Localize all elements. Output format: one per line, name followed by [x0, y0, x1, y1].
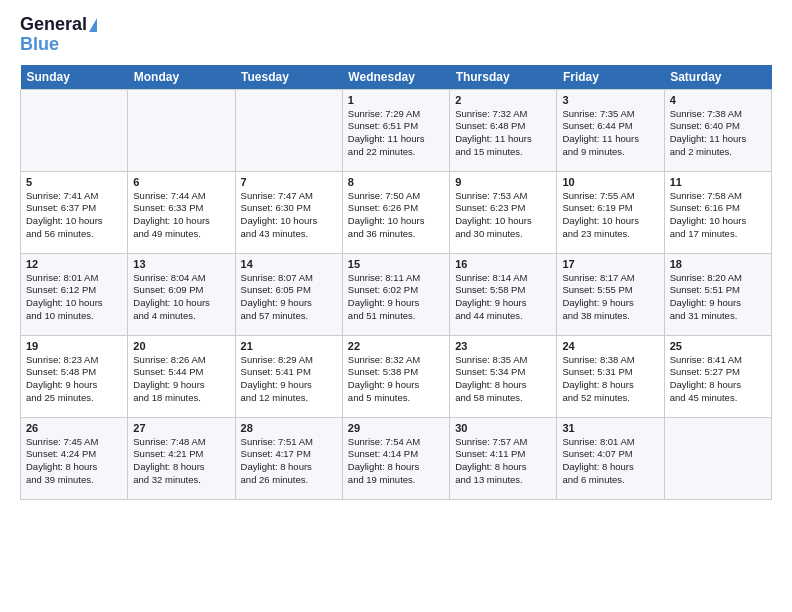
day-number: 14 [241, 258, 337, 270]
calendar-cell [235, 89, 342, 171]
cell-content: Sunrise: 8:11 AM Sunset: 6:02 PM Dayligh… [348, 272, 444, 323]
calendar-cell: 27Sunrise: 7:48 AM Sunset: 4:21 PM Dayli… [128, 417, 235, 499]
cell-content: Sunrise: 8:01 AM Sunset: 6:12 PM Dayligh… [26, 272, 122, 323]
calendar-cell: 29Sunrise: 7:54 AM Sunset: 4:14 PM Dayli… [342, 417, 449, 499]
day-number: 25 [670, 340, 766, 352]
cell-content: Sunrise: 7:47 AM Sunset: 6:30 PM Dayligh… [241, 190, 337, 241]
calendar-cell: 28Sunrise: 7:51 AM Sunset: 4:17 PM Dayli… [235, 417, 342, 499]
header-cell-tuesday: Tuesday [235, 65, 342, 90]
header-cell-saturday: Saturday [664, 65, 771, 90]
calendar-body: 1Sunrise: 7:29 AM Sunset: 6:51 PM Daylig… [21, 89, 772, 499]
calendar-cell [21, 89, 128, 171]
calendar-week-5: 26Sunrise: 7:45 AM Sunset: 4:24 PM Dayli… [21, 417, 772, 499]
calendar-cell: 30Sunrise: 7:57 AM Sunset: 4:11 PM Dayli… [450, 417, 557, 499]
calendar-cell: 19Sunrise: 8:23 AM Sunset: 5:48 PM Dayli… [21, 335, 128, 417]
header-cell-wednesday: Wednesday [342, 65, 449, 90]
header-row: SundayMondayTuesdayWednesdayThursdayFrid… [21, 65, 772, 90]
header: General Blue [20, 15, 772, 55]
page: General Blue SundayMondayTuesdayWednesda… [0, 0, 792, 612]
cell-content: Sunrise: 8:26 AM Sunset: 5:44 PM Dayligh… [133, 354, 229, 405]
calendar-cell: 7Sunrise: 7:47 AM Sunset: 6:30 PM Daylig… [235, 171, 342, 253]
cell-content: Sunrise: 8:14 AM Sunset: 5:58 PM Dayligh… [455, 272, 551, 323]
cell-content: Sunrise: 7:32 AM Sunset: 6:48 PM Dayligh… [455, 108, 551, 159]
day-number: 8 [348, 176, 444, 188]
calendar-cell: 17Sunrise: 8:17 AM Sunset: 5:55 PM Dayli… [557, 253, 664, 335]
cell-content: Sunrise: 8:29 AM Sunset: 5:41 PM Dayligh… [241, 354, 337, 405]
day-number: 16 [455, 258, 551, 270]
day-number: 29 [348, 422, 444, 434]
day-number: 30 [455, 422, 551, 434]
day-number: 15 [348, 258, 444, 270]
cell-content: Sunrise: 7:41 AM Sunset: 6:37 PM Dayligh… [26, 190, 122, 241]
calendar-cell: 25Sunrise: 8:41 AM Sunset: 5:27 PM Dayli… [664, 335, 771, 417]
cell-content: Sunrise: 8:38 AM Sunset: 5:31 PM Dayligh… [562, 354, 658, 405]
header-cell-sunday: Sunday [21, 65, 128, 90]
day-number: 31 [562, 422, 658, 434]
cell-content: Sunrise: 7:35 AM Sunset: 6:44 PM Dayligh… [562, 108, 658, 159]
calendar-cell: 31Sunrise: 8:01 AM Sunset: 4:07 PM Dayli… [557, 417, 664, 499]
cell-content: Sunrise: 7:29 AM Sunset: 6:51 PM Dayligh… [348, 108, 444, 159]
cell-content: Sunrise: 7:55 AM Sunset: 6:19 PM Dayligh… [562, 190, 658, 241]
calendar-cell: 22Sunrise: 8:32 AM Sunset: 5:38 PM Dayli… [342, 335, 449, 417]
calendar-cell: 3Sunrise: 7:35 AM Sunset: 6:44 PM Daylig… [557, 89, 664, 171]
calendar-cell [664, 417, 771, 499]
calendar-cell: 14Sunrise: 8:07 AM Sunset: 6:05 PM Dayli… [235, 253, 342, 335]
day-number: 26 [26, 422, 122, 434]
calendar-cell: 5Sunrise: 7:41 AM Sunset: 6:37 PM Daylig… [21, 171, 128, 253]
day-number: 11 [670, 176, 766, 188]
cell-content: Sunrise: 8:07 AM Sunset: 6:05 PM Dayligh… [241, 272, 337, 323]
day-number: 3 [562, 94, 658, 106]
calendar-week-3: 12Sunrise: 8:01 AM Sunset: 6:12 PM Dayli… [21, 253, 772, 335]
header-cell-monday: Monday [128, 65, 235, 90]
day-number: 13 [133, 258, 229, 270]
calendar-week-2: 5Sunrise: 7:41 AM Sunset: 6:37 PM Daylig… [21, 171, 772, 253]
calendar-cell: 23Sunrise: 8:35 AM Sunset: 5:34 PM Dayli… [450, 335, 557, 417]
header-cell-friday: Friday [557, 65, 664, 90]
calendar-cell: 15Sunrise: 8:11 AM Sunset: 6:02 PM Dayli… [342, 253, 449, 335]
calendar-cell: 1Sunrise: 7:29 AM Sunset: 6:51 PM Daylig… [342, 89, 449, 171]
day-number: 24 [562, 340, 658, 352]
day-number: 4 [670, 94, 766, 106]
calendar-cell: 2Sunrise: 7:32 AM Sunset: 6:48 PM Daylig… [450, 89, 557, 171]
calendar-cell: 16Sunrise: 8:14 AM Sunset: 5:58 PM Dayli… [450, 253, 557, 335]
day-number: 27 [133, 422, 229, 434]
cell-content: Sunrise: 7:48 AM Sunset: 4:21 PM Dayligh… [133, 436, 229, 487]
calendar-cell: 11Sunrise: 7:58 AM Sunset: 6:16 PM Dayli… [664, 171, 771, 253]
calendar-cell: 18Sunrise: 8:20 AM Sunset: 5:51 PM Dayli… [664, 253, 771, 335]
calendar-cell: 20Sunrise: 8:26 AM Sunset: 5:44 PM Dayli… [128, 335, 235, 417]
day-number: 2 [455, 94, 551, 106]
calendar-cell [128, 89, 235, 171]
calendar-cell: 4Sunrise: 7:38 AM Sunset: 6:40 PM Daylig… [664, 89, 771, 171]
day-number: 17 [562, 258, 658, 270]
calendar-cell: 13Sunrise: 8:04 AM Sunset: 6:09 PM Dayli… [128, 253, 235, 335]
calendar-cell: 21Sunrise: 8:29 AM Sunset: 5:41 PM Dayli… [235, 335, 342, 417]
cell-content: Sunrise: 7:45 AM Sunset: 4:24 PM Dayligh… [26, 436, 122, 487]
calendar-cell: 6Sunrise: 7:44 AM Sunset: 6:33 PM Daylig… [128, 171, 235, 253]
logo-text-blue: Blue [20, 35, 59, 55]
cell-content: Sunrise: 8:04 AM Sunset: 6:09 PM Dayligh… [133, 272, 229, 323]
cell-content: Sunrise: 7:51 AM Sunset: 4:17 PM Dayligh… [241, 436, 337, 487]
day-number: 9 [455, 176, 551, 188]
calendar-cell: 8Sunrise: 7:50 AM Sunset: 6:26 PM Daylig… [342, 171, 449, 253]
cell-content: Sunrise: 7:58 AM Sunset: 6:16 PM Dayligh… [670, 190, 766, 241]
calendar-cell: 9Sunrise: 7:53 AM Sunset: 6:23 PM Daylig… [450, 171, 557, 253]
day-number: 1 [348, 94, 444, 106]
day-number: 6 [133, 176, 229, 188]
calendar-week-1: 1Sunrise: 7:29 AM Sunset: 6:51 PM Daylig… [21, 89, 772, 171]
cell-content: Sunrise: 7:38 AM Sunset: 6:40 PM Dayligh… [670, 108, 766, 159]
logo: General Blue [20, 15, 97, 55]
cell-content: Sunrise: 8:01 AM Sunset: 4:07 PM Dayligh… [562, 436, 658, 487]
day-number: 5 [26, 176, 122, 188]
calendar-cell: 26Sunrise: 7:45 AM Sunset: 4:24 PM Dayli… [21, 417, 128, 499]
cell-content: Sunrise: 7:44 AM Sunset: 6:33 PM Dayligh… [133, 190, 229, 241]
calendar-header: SundayMondayTuesdayWednesdayThursdayFrid… [21, 65, 772, 90]
calendar-cell: 24Sunrise: 8:38 AM Sunset: 5:31 PM Dayli… [557, 335, 664, 417]
day-number: 20 [133, 340, 229, 352]
calendar-cell: 10Sunrise: 7:55 AM Sunset: 6:19 PM Dayli… [557, 171, 664, 253]
logo-text-general: General [20, 15, 87, 35]
calendar-week-4: 19Sunrise: 8:23 AM Sunset: 5:48 PM Dayli… [21, 335, 772, 417]
cell-content: Sunrise: 7:53 AM Sunset: 6:23 PM Dayligh… [455, 190, 551, 241]
cell-content: Sunrise: 7:57 AM Sunset: 4:11 PM Dayligh… [455, 436, 551, 487]
cell-content: Sunrise: 8:35 AM Sunset: 5:34 PM Dayligh… [455, 354, 551, 405]
day-number: 28 [241, 422, 337, 434]
